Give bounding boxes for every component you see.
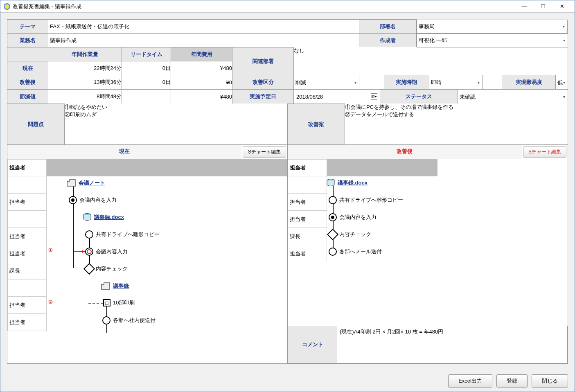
task-icon [102, 316, 110, 324]
after-cost: ¥0 [171, 75, 232, 90]
database-icon [326, 179, 335, 187]
close-window-button[interactable]: ✕ [552, 0, 571, 13]
excel-export-button[interactable]: Excel出力 [448, 374, 492, 387]
after-leadtime: 0日 [122, 75, 171, 90]
footer: Excel出力 登録 閉じる [0, 370, 575, 392]
status-select[interactable]: 未確認 [458, 90, 568, 104]
chart-current-panel: 現在 Sチャート編集 担当者 担当者 担当者 担当者 課長 担当者 [7, 145, 288, 364]
timing-select[interactable]: 即時 [429, 75, 482, 89]
document-icon [101, 282, 110, 290]
label-now: 現在 [7, 61, 48, 75]
label-saving: 節減値 [7, 90, 48, 104]
flow-doc-note[interactable]: 会議ノート [66, 179, 105, 187]
dept-select[interactable]: 事務局 [417, 20, 567, 33]
chart-current-body[interactable]: 担当者 担当者 担当者 担当者 課長 担当者 担当者 ① ② [7, 159, 287, 363]
label-status: ステータス [380, 90, 458, 104]
decision-icon [83, 263, 95, 275]
chart-current-edit-button[interactable]: Sチャート編集 [243, 146, 286, 158]
chart-after-edit-button[interactable]: Sチャート編集 [523, 146, 566, 158]
save-button[interactable]: 登録 [496, 374, 528, 387]
label-plan: 改善案 [288, 104, 345, 145]
chart-after-panel: 改善後 Sチャート編集 担当者 担当者 担当者 課長 担当者 [287, 145, 568, 364]
label-timing: 実施時期 [384, 75, 429, 89]
label-theme: テーマ [7, 20, 48, 34]
window-controls: — ☐ ✕ [515, 0, 571, 13]
flow-db-docx[interactable]: 議事録.docx [83, 213, 124, 221]
label-comment: コメント [288, 326, 337, 363]
task-icon [69, 196, 77, 204]
form-top: テーマ 部署名 事務局 業務名 作成者 可視化 一郎 [7, 19, 568, 47]
mark-1: ① [48, 247, 53, 253]
maximize-button[interactable]: ☐ [534, 0, 552, 13]
flow2-copy[interactable]: 共有ドライブへ雛形コピー [329, 196, 403, 204]
label-scheduled: 実施予定日 [232, 90, 294, 104]
comment-row: コメント (現在)A4印刷 2円 × 月2回× 10 枚 = 年480円 [288, 326, 568, 363]
flow-print[interactable]: □ 10部印刷 [103, 299, 135, 306]
minimize-button[interactable]: — [515, 0, 534, 13]
label-dept: 部署名 [359, 20, 417, 34]
flow2-check[interactable]: 内容チェック [329, 230, 371, 239]
flow-input-content[interactable]: 会議内容入力 [85, 248, 128, 256]
flow-input-meeting[interactable]: 会議内容を入力 [69, 196, 117, 204]
save-leadtime [122, 90, 171, 104]
form-content: テーマ 部署名 事務局 業務名 作成者 可視化 一郎 年間作業量 リードタイム [0, 13, 575, 370]
flow2-input[interactable]: 会議内容を入力 [329, 213, 377, 221]
label-improve-type: 改善区分 [232, 75, 294, 90]
chart-current-title: 現在 [7, 145, 241, 159]
window-title: 改善提案書編集 - 議事録作成 [13, 3, 515, 10]
now-cost: ¥480 [171, 61, 232, 75]
task-icon [329, 196, 337, 204]
label-related: 関連部署 [232, 47, 294, 75]
label-workload: 年間作業量 [48, 47, 122, 61]
titlebar: 改善提案書編集 - 議事録作成 — ☐ ✕ [0, 0, 575, 13]
after-lane-labels: 担当者 担当者 担当者 課長 担当者 [288, 159, 327, 262]
app-icon [4, 3, 10, 10]
flow2-db-docx[interactable]: 議事録.docx [326, 179, 368, 187]
metrics-table: 年間作業量 リードタイム 年間費用 関連部署 なし 現在 22時間24分 0日 … [7, 47, 568, 104]
label-task: 業務名 [7, 34, 48, 47]
flow2-mail[interactable]: 各部へメール送付 [329, 248, 382, 256]
mark-2: ② [48, 299, 53, 305]
decision-icon [327, 229, 338, 240]
now-workload: 22時間24分 [48, 61, 122, 75]
label-difficulty: 実現難易度 [502, 75, 555, 89]
current-lane-labels: 担当者 担当者 担当者 担当者 課長 担当者 担当者 [7, 159, 47, 331]
process-icon: □ [103, 299, 110, 306]
chart-after-body[interactable]: 担当者 担当者 担当者 課長 担当者 議事録.docx [288, 159, 568, 326]
label-cost: 年間費用 [171, 47, 232, 61]
close-button[interactable]: 閉じる [532, 374, 568, 387]
scheduled-date: 2018/08/28 [296, 94, 323, 100]
save-workload: 8時間48分 [48, 90, 122, 104]
flow-send-internal[interactable]: 各部へ社内便送付 [102, 316, 156, 324]
theme-input[interactable] [48, 20, 359, 33]
label-leadtime: リードタイム [122, 47, 171, 61]
flow-doc-minutes[interactable]: 議事録 [101, 282, 129, 290]
chart-after-title: 改善後 [288, 145, 522, 159]
label-after: 改善後 [7, 75, 48, 90]
author-select[interactable]: 可視化 一郎 [417, 34, 568, 47]
save-cost: ¥480 [171, 90, 232, 104]
task-input[interactable] [48, 34, 359, 47]
lane-header: 担当者 [288, 159, 327, 176]
after-workload: 13時間36分 [48, 75, 122, 90]
flow-copy-template[interactable]: 共有ドライブへ雛形コピー [85, 230, 160, 239]
improve-type-select[interactable]: 削減 [294, 75, 359, 89]
now-leadtime: 0日 [122, 61, 171, 75]
app-window: 改善提案書編集 - 議事録作成 — ☐ ✕ テーマ 部署名 事務局 業務名 作成… [0, 0, 575, 392]
calendar-icon[interactable]: ▥▾ [371, 93, 377, 100]
plan-textarea[interactable]: ①会議にPCを持参し、その場で議事録を作る ②データをメールで送付する [345, 104, 568, 144]
document-icon [66, 179, 76, 187]
problem-plan-table: 問題点 ①転記をやめたい ②印刷のムダ 改善案 ①会議にPCを持参し、その場で議… [7, 104, 568, 145]
difficulty-select[interactable]: 低 [556, 75, 568, 89]
task-icon [85, 230, 93, 239]
related-input[interactable]: なし [294, 47, 568, 74]
task-icon [329, 213, 337, 221]
problem-textarea[interactable]: ①転記をやめたい ②印刷のムダ [65, 104, 287, 144]
lane-header: 担当者 [7, 159, 47, 176]
comment-textarea[interactable]: (現在)A4印刷 2円 × 月2回× 10 枚 = 年480円 [340, 328, 565, 360]
label-author: 作成者 [359, 34, 417, 47]
flow-check[interactable]: 内容チェック [85, 265, 128, 273]
label-problem: 問題点 [7, 104, 65, 145]
task-icon [329, 248, 337, 256]
task-icon [85, 248, 93, 256]
